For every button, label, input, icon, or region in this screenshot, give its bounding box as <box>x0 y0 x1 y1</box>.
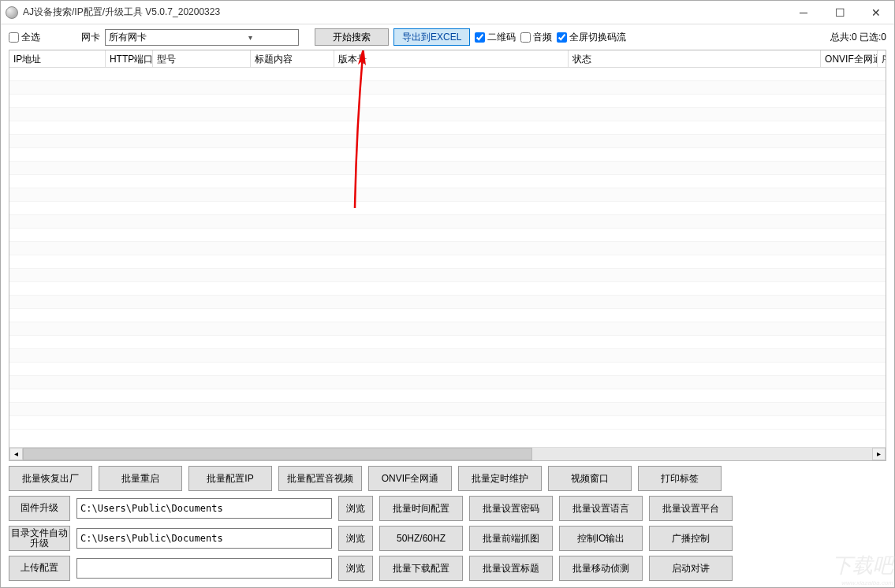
upload-row: 上传配置 浏览 批量下载配置 批量设置标题 批量移动侦测 启动对讲 <box>1 553 894 587</box>
count-status: 总共:0 已选:0 <box>830 31 886 44</box>
batch-set-language-button[interactable]: 批量设置语言 <box>559 496 643 521</box>
export-excel-button[interactable]: 导出到EXCEL <box>393 28 470 46</box>
table-row[interactable] <box>9 175 886 188</box>
batch-time-config-button[interactable]: 批量时间配置 <box>379 496 463 521</box>
dir-auto-row: 目录文件自动升级 浏览 50HZ/60HZ 批量前端抓图 控制IO输出 广播控制 <box>1 523 894 553</box>
qrcode-checkbox[interactable]: 二维码 <box>475 31 516 44</box>
table-row[interactable] <box>9 255 886 269</box>
table-row[interactable] <box>9 148 886 162</box>
toolbar: 全选 网卡 所有网卡 ▾ 开始搜索 导出到EXCEL 二维码 音频 全屏切换码流… <box>1 24 894 48</box>
scroll-right-icon[interactable]: ▸ <box>872 448 886 460</box>
table-row[interactable] <box>9 282 886 296</box>
chevron-down-icon: ▾ <box>202 33 298 42</box>
table-row[interactable] <box>9 68 886 81</box>
table-row[interactable] <box>9 296 886 309</box>
title-bar: AJ设备搜索/IP配置/升级工具 V5.0.7_20200323 ─ ☐ ✕ <box>1 1 894 24</box>
scroll-left-icon[interactable]: ◂ <box>9 448 23 460</box>
nic-value: 所有网卡 <box>106 31 202 44</box>
col-http-port[interactable]: HTTP端口 <box>106 50 153 67</box>
table-row[interactable] <box>9 269 886 282</box>
select-all-checkbox[interactable]: 全选 <box>9 31 40 44</box>
firmware-upgrade-button[interactable]: 固件升级 <box>9 496 70 521</box>
table-row[interactable] <box>9 322 886 336</box>
col-serial[interactable]: 序列号 <box>878 50 886 67</box>
table-row[interactable] <box>9 215 886 229</box>
firmware-browse-button[interactable]: 浏览 <box>338 496 373 521</box>
table-header: IP地址 HTTP端口 型号 标题内容 版本号 状态 ONVIF全网通 序列号 <box>9 50 886 68</box>
dir-browse-button[interactable]: 浏览 <box>338 526 373 551</box>
col-ip[interactable]: IP地址 <box>9 50 106 67</box>
app-icon <box>6 6 18 19</box>
table-row[interactable] <box>9 202 886 215</box>
upload-config-button[interactable]: 上传配置 <box>9 556 70 581</box>
table-row[interactable] <box>9 363 886 376</box>
col-version[interactable]: 版本号 <box>334 50 569 67</box>
action-row-1: 批量恢复出厂 批量重启 批量配置IP 批量配置音视频 ONVIF全网通 批量定时… <box>1 461 894 493</box>
nic-label: 网卡 <box>81 31 100 44</box>
batch-set-password-button[interactable]: 批量设置密码 <box>469 496 553 521</box>
table-row[interactable] <box>9 389 886 403</box>
dir-auto-upgrade-button[interactable]: 目录文件自动升级 <box>9 526 70 551</box>
audio-checkbox[interactable]: 音频 <box>520 31 552 44</box>
table-row[interactable] <box>9 403 886 416</box>
table-row[interactable] <box>9 416 886 430</box>
nic-combobox[interactable]: 所有网卡 ▾ <box>105 29 299 46</box>
table-row[interactable] <box>9 229 886 242</box>
broadcast-control-button[interactable]: 广播控制 <box>649 526 733 551</box>
table-row[interactable] <box>9 121 886 135</box>
batch-set-platform-button[interactable]: 批量设置平台 <box>649 496 733 521</box>
table-row[interactable] <box>9 336 886 349</box>
table-row[interactable] <box>9 162 886 175</box>
col-model[interactable]: 型号 <box>153 50 251 67</box>
table-row[interactable] <box>9 188 886 202</box>
start-search-button[interactable]: 开始搜索 <box>315 28 389 46</box>
table-row[interactable] <box>9 242 886 255</box>
col-status[interactable]: 状态 <box>569 50 821 67</box>
control-io-output-button[interactable]: 控制IO输出 <box>559 526 643 551</box>
col-onvif[interactable]: ONVIF全网通 <box>821 50 878 67</box>
print-label-button[interactable]: 打印标签 <box>638 466 722 491</box>
table-row[interactable] <box>9 108 886 121</box>
fullscreen-stream-checkbox[interactable]: 全屏切换码流 <box>557 31 626 44</box>
horizontal-scrollbar[interactable]: ◂ ▸ <box>9 447 886 460</box>
upload-path-input[interactable] <box>76 558 332 579</box>
batch-config-av-button[interactable]: 批量配置音视频 <box>278 466 362 491</box>
table-row[interactable] <box>9 95 886 108</box>
batch-factory-reset-button[interactable]: 批量恢复出厂 <box>9 466 92 491</box>
batch-reboot-button[interactable]: 批量重启 <box>99 466 182 491</box>
select-all-label: 全选 <box>21 31 40 44</box>
minimize-button[interactable]: ─ <box>785 1 822 24</box>
maximize-button[interactable]: ☐ <box>822 1 858 24</box>
batch-set-title-button[interactable]: 批量设置标题 <box>469 556 553 581</box>
window-title: AJ设备搜索/IP配置/升级工具 V5.0.7_20200323 <box>23 6 220 19</box>
batch-front-snapshot-button[interactable]: 批量前端抓图 <box>469 526 553 551</box>
table-row[interactable] <box>9 376 886 389</box>
batch-config-ip-button[interactable]: 批量配置IP <box>188 466 272 491</box>
col-title[interactable]: 标题内容 <box>251 50 334 67</box>
firmware-path-input[interactable] <box>76 498 332 519</box>
table-row[interactable] <box>9 135 886 148</box>
onvif-button[interactable]: ONVIF全网通 <box>368 466 452 491</box>
table-row[interactable] <box>9 309 886 322</box>
table-body <box>9 68 886 447</box>
video-window-button[interactable]: 视频窗口 <box>548 466 632 491</box>
batch-timed-maint-button[interactable]: 批量定时维护 <box>458 466 542 491</box>
close-button[interactable]: ✕ <box>858 1 894 24</box>
firmware-row: 固件升级 浏览 批量时间配置 批量设置密码 批量设置语言 批量设置平台 <box>1 493 894 523</box>
dir-path-input[interactable] <box>76 528 332 549</box>
table-row[interactable] <box>9 81 886 95</box>
start-intercom-button[interactable]: 启动对讲 <box>649 556 733 581</box>
batch-download-config-button[interactable]: 批量下载配置 <box>379 556 463 581</box>
table-row[interactable] <box>9 349 886 363</box>
upload-browse-button[interactable]: 浏览 <box>338 556 373 581</box>
batch-motion-detect-button[interactable]: 批量移动侦测 <box>559 556 643 581</box>
device-table: IP地址 HTTP端口 型号 标题内容 版本号 状态 ONVIF全网通 序列号 <box>9 50 886 461</box>
hz-button[interactable]: 50HZ/60HZ <box>379 526 463 551</box>
